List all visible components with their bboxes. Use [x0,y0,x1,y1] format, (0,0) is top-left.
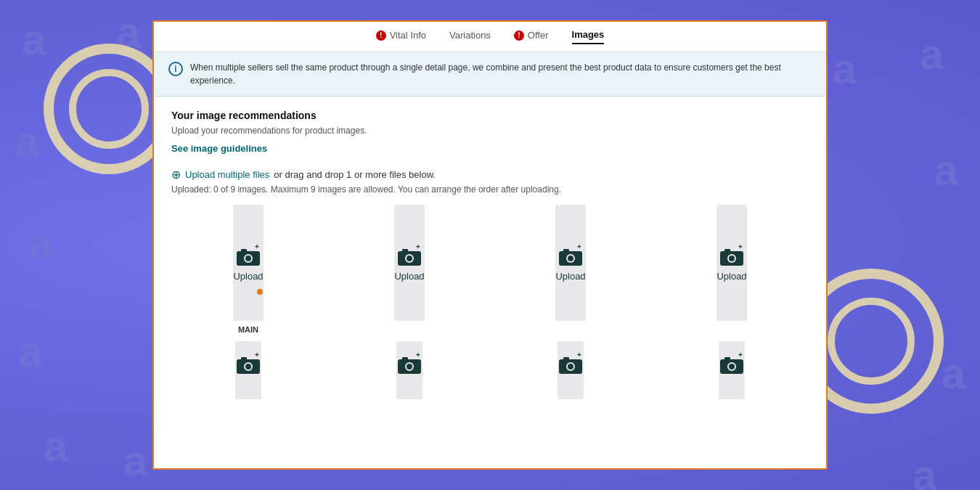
svg-text:+: + [255,353,259,359]
image-slot-3[interactable]: + Upload [555,205,585,321]
svg-rect-14 [563,249,569,252]
page-content: i When multiple sellers sell the same pr… [154,52,826,468]
upload-count-text: Uploaded: 0 of 9 images. Maximum 9 image… [171,184,809,195]
tab-variations-label: Variations [449,30,491,41]
camera-icon-wrap-5: + [235,353,261,375]
bg-amazon-icon: ↙ [58,392,75,416]
bg-amazon-icon: ↙ [905,87,922,111]
svg-text:+: + [738,353,743,359]
image-slot-1[interactable]: + Upload [233,205,263,321]
drag-drop-text: or drag and drop 1 or more files below. [274,169,436,180]
tab-images-label: Images [572,29,605,40]
svg-rect-19 [724,249,730,252]
bg-letter: a [29,218,53,268]
vital-info-error-icon: ! [376,30,386,41]
svg-rect-9 [402,249,408,252]
svg-point-23 [245,364,251,369]
image-slot-7[interactable]: + [558,341,584,399]
offer-error-icon: ! [514,30,524,41]
info-icon: i [168,62,183,76]
image-slot-4[interactable]: + Upload [716,205,746,321]
image-slot-8[interactable]: + [719,341,745,399]
bg-letter: a [934,145,958,195]
image-slot-wrapper-2: + Upload [332,205,486,334]
plus-circle-icon: ⊕ [171,168,181,181]
svg-text:+: + [255,245,259,250]
camera-icon-wrap-7: + [558,353,584,375]
bg-letter: a [942,348,965,399]
bg-letter: a [18,327,42,377]
image-grid-row2: + + [171,341,809,399]
spiral-decoration-left-inner [69,69,149,149]
main-card: ! Vital Info Variations ! Offer Images i… [152,20,828,470]
camera-icon-wrap-1: + Upload [233,245,263,282]
camera-icon-wrap-8: + [719,353,745,375]
image-slot-wrapper-6: + [332,341,486,399]
image-slot-6[interactable]: + [396,341,422,399]
svg-text:+: + [577,245,581,250]
orange-dot-1 [257,289,263,295]
svg-point-3 [245,256,251,261]
image-grid-row1: + Upload MAIN [171,205,809,334]
svg-point-18 [729,256,735,261]
svg-rect-39 [724,357,730,360]
svg-rect-34 [563,357,569,360]
tab-vital-info-label: Vital Info [390,30,426,41]
image-slot-2[interactable]: + Upload [394,205,424,321]
slot-label-main: MAIN [238,325,258,334]
svg-rect-24 [241,357,247,360]
image-slot-wrapper-8: + [655,341,809,399]
svg-point-33 [568,364,573,369]
image-slot-wrapper-7: + [494,341,648,399]
see-guidelines-link[interactable]: See image guidelines [171,143,267,154]
image-slot-wrapper-5: + [171,341,325,399]
svg-point-28 [407,364,412,369]
tab-offer[interactable]: ! Offer [514,30,549,44]
upload-label-2: Upload [394,271,424,282]
svg-text:+: + [577,353,581,359]
tab-bar: ! Vital Info Variations ! Offer Images [154,22,826,52]
svg-text:+: + [416,245,420,250]
upload-label-1: Upload [233,271,263,282]
camera-icon-7: + [558,353,584,375]
svg-point-13 [568,256,573,261]
info-banner: i When multiple sellers sell the same pr… [154,52,826,97]
section-title: Your image recommendations [171,110,809,121]
camera-icon-2: + [396,245,422,266]
spiral-decoration-right-inner [828,298,915,385]
tab-variations[interactable]: Variations [449,30,491,44]
tab-offer-label: Offer [528,30,549,41]
tab-images[interactable]: Images [572,29,605,44]
camera-icon-wrap-4: + Upload [716,245,746,282]
image-slot-wrapper-3: + Upload [494,205,648,334]
bg-letter: a [920,29,944,79]
svg-text:+: + [416,353,420,359]
bg-letter: a [912,450,936,490]
camera-icon-wrap-3: + Upload [555,245,585,282]
image-slot-wrapper-1: + Upload MAIN [171,205,325,334]
image-slot-wrapper-4: + Upload [655,205,809,334]
upload-label-3: Upload [555,271,585,282]
camera-icon-wrap-2: + Upload [394,245,424,282]
bg-letter: a [15,116,38,166]
bg-amazon-icon: ↙ [87,276,104,300]
bg-letter: a [44,421,68,471]
section-subtitle: Upload your recommendations for product … [171,126,809,136]
image-recommendations-section: Your image recommendations Upload your r… [154,97,826,168]
svg-point-8 [407,256,412,261]
svg-text:+: + [738,245,743,250]
info-banner-text: When multiple sellers sell the same prod… [190,61,812,87]
image-slot-5[interactable]: + [235,341,261,399]
camera-icon-5: + [235,353,261,375]
tab-vital-info[interactable]: ! Vital Info [376,30,426,44]
camera-icon-3: + [558,245,584,266]
svg-rect-4 [241,249,247,252]
upload-multiple-link[interactable]: Upload multiple files [185,169,269,180]
camera-icon-6: + [396,353,422,375]
bg-letter: a [833,44,857,94]
upload-section: ⊕ Upload multiple files or drag and drop… [154,168,826,412]
bg-letter: a [22,15,46,65]
upload-header: ⊕ Upload multiple files or drag and drop… [171,168,809,181]
camera-icon-8: + [719,353,745,375]
camera-icon-wrap-6: + [396,353,422,375]
